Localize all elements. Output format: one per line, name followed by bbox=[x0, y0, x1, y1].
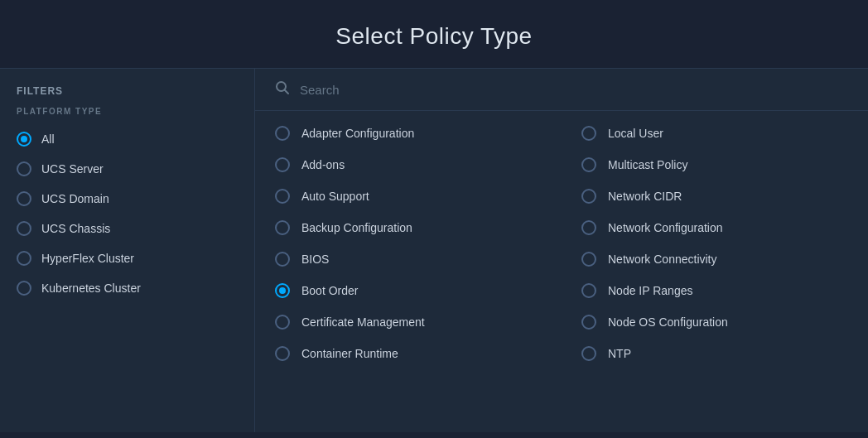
sidebar-label-hyperflex: HyperFlex Cluster bbox=[41, 252, 134, 265]
radio-bios bbox=[275, 252, 290, 267]
search-icon bbox=[275, 80, 290, 99]
policy-list: Adapter Configuration Add-ons Auto Suppo… bbox=[255, 111, 868, 432]
sidebar-item-hyperflex[interactable]: HyperFlex Cluster bbox=[0, 243, 254, 273]
policy-label-ntp: NTP bbox=[608, 347, 631, 360]
sidebar: Filters PLATFORM TYPE All UCS Server UCS… bbox=[0, 69, 255, 432]
radio-ucs-chassis bbox=[17, 221, 31, 236]
policy-item-boot-order[interactable]: Boot Order bbox=[255, 275, 562, 306]
radio-backup-configuration bbox=[275, 220, 290, 235]
radio-network-configuration bbox=[581, 220, 596, 235]
policy-item-multicast-policy[interactable]: Multicast Policy bbox=[562, 149, 868, 180]
radio-auto-support bbox=[275, 189, 290, 204]
policy-item-bios[interactable]: BIOS bbox=[255, 243, 562, 275]
policy-item-node-ip-ranges[interactable]: Node IP Ranges bbox=[562, 275, 868, 306]
policy-label-certificate-management: Certificate Management bbox=[301, 315, 425, 329]
radio-network-connectivity bbox=[581, 252, 596, 267]
policy-label-auto-support: Auto Support bbox=[301, 190, 369, 203]
platform-type-label: PLATFORM TYPE bbox=[0, 107, 254, 124]
policy-item-auto-support[interactable]: Auto Support bbox=[255, 180, 562, 212]
radio-ucs-server bbox=[17, 161, 31, 176]
radio-ucs-domain bbox=[17, 191, 31, 206]
search-bar bbox=[255, 69, 868, 111]
sidebar-label-ucs-domain: UCS Domain bbox=[41, 192, 109, 205]
policy-column-left: Adapter Configuration Add-ons Auto Suppo… bbox=[255, 118, 562, 426]
radio-certificate-management bbox=[275, 315, 290, 330]
policy-item-network-cidr[interactable]: Network CIDR bbox=[562, 180, 868, 212]
filters-label: Filters bbox=[0, 85, 254, 107]
sidebar-item-ucs-domain[interactable]: UCS Domain bbox=[0, 184, 254, 214]
sidebar-label-all: All bbox=[41, 132, 55, 146]
sidebar-item-kubernetes[interactable]: Kubernetes Cluster bbox=[0, 273, 254, 303]
sidebar-label-kubernetes: Kubernetes Cluster bbox=[41, 282, 141, 295]
sidebar-label-ucs-server: UCS Server bbox=[41, 162, 104, 176]
policy-label-bios: BIOS bbox=[301, 253, 329, 266]
policy-label-network-connectivity: Network Connectivity bbox=[608, 253, 717, 266]
policy-label-network-cidr: Network CIDR bbox=[608, 190, 682, 203]
policy-label-multicast-policy: Multicast Policy bbox=[608, 158, 687, 171]
radio-node-os-configuration bbox=[581, 315, 596, 330]
radio-boot-order bbox=[275, 283, 290, 298]
policy-item-backup-configuration[interactable]: Backup Configuration bbox=[255, 212, 562, 243]
radio-node-ip-ranges bbox=[581, 283, 596, 298]
content-area: Adapter Configuration Add-ons Auto Suppo… bbox=[255, 69, 868, 432]
policy-label-node-ip-ranges: Node IP Ranges bbox=[608, 284, 692, 297]
main-layout: Filters PLATFORM TYPE All UCS Server UCS… bbox=[0, 69, 868, 432]
radio-adapter-configuration bbox=[275, 126, 290, 141]
policy-item-network-configuration[interactable]: Network Configuration bbox=[562, 212, 868, 243]
sidebar-item-all[interactable]: All bbox=[0, 124, 254, 154]
policy-item-ntp[interactable]: NTP bbox=[562, 338, 868, 369]
policy-label-add-ons: Add-ons bbox=[301, 158, 345, 171]
search-input[interactable] bbox=[300, 83, 848, 97]
policy-label-boot-order: Boot Order bbox=[301, 284, 358, 297]
policy-item-add-ons[interactable]: Add-ons bbox=[255, 149, 562, 180]
policy-label-container-runtime: Container Runtime bbox=[301, 347, 398, 360]
radio-container-runtime bbox=[275, 346, 290, 361]
radio-ntp bbox=[581, 346, 596, 361]
policy-label-network-configuration: Network Configuration bbox=[608, 221, 723, 234]
policy-label-adapter-configuration: Adapter Configuration bbox=[301, 127, 414, 140]
radio-network-cidr bbox=[581, 189, 596, 204]
policy-item-node-os-configuration[interactable]: Node OS Configuration bbox=[562, 306, 868, 338]
radio-local-user bbox=[581, 126, 596, 141]
policy-column-right: Local User Multicast Policy Network CIDR… bbox=[562, 118, 868, 426]
policy-item-network-connectivity[interactable]: Network Connectivity bbox=[562, 243, 868, 275]
radio-add-ons bbox=[275, 157, 290, 172]
page-title: Select Policy Type bbox=[0, 23, 868, 50]
policy-label-backup-configuration: Backup Configuration bbox=[301, 221, 412, 234]
radio-multicast-policy bbox=[581, 157, 596, 172]
sidebar-item-ucs-chassis[interactable]: UCS Chassis bbox=[0, 214, 254, 243]
policy-item-adapter-configuration[interactable]: Adapter Configuration bbox=[255, 118, 562, 149]
policy-label-node-os-configuration: Node OS Configuration bbox=[608, 315, 728, 329]
sidebar-label-ucs-chassis: UCS Chassis bbox=[41, 222, 110, 235]
sidebar-item-ucs-server[interactable]: UCS Server bbox=[0, 154, 254, 184]
radio-all bbox=[17, 132, 31, 147]
radio-kubernetes bbox=[17, 281, 31, 296]
svg-line-1 bbox=[285, 90, 289, 94]
policy-item-certificate-management[interactable]: Certificate Management bbox=[255, 306, 562, 338]
page-header: Select Policy Type bbox=[0, 0, 868, 69]
policy-label-local-user: Local User bbox=[608, 127, 663, 140]
radio-hyperflex bbox=[17, 251, 31, 266]
policy-item-local-user[interactable]: Local User bbox=[562, 118, 868, 149]
policy-item-container-runtime[interactable]: Container Runtime bbox=[255, 338, 562, 369]
